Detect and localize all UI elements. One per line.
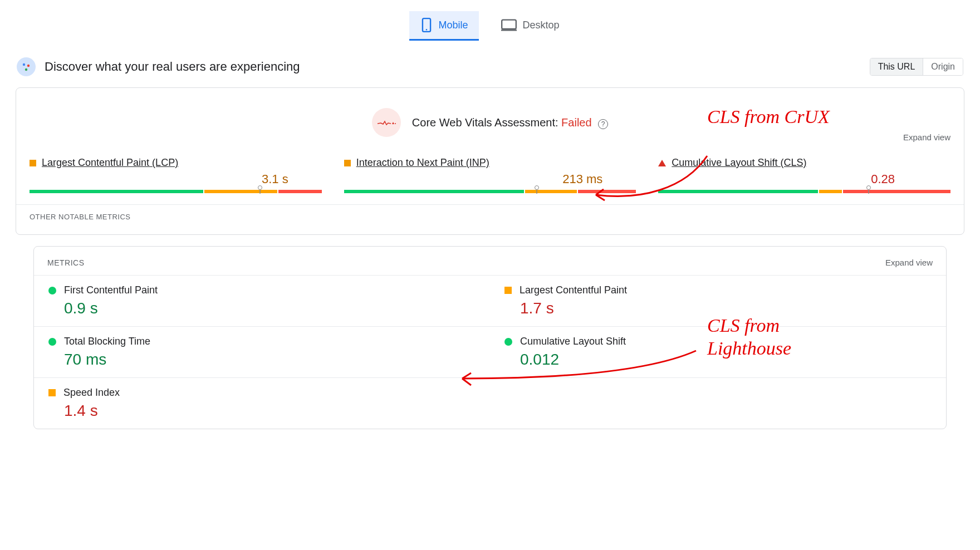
tab-desktop-label: Desktop bbox=[522, 19, 559, 31]
metric-cls: Cumulative Layout Shift (CLS) 0.28 bbox=[658, 157, 950, 193]
lh-expand-link[interactable]: Expand view bbox=[885, 258, 933, 267]
cwv-metrics-row: Largest Contentful Paint (LCP) 3.1 s Int… bbox=[16, 141, 964, 205]
desktop-icon bbox=[501, 19, 517, 31]
cls-status-icon bbox=[658, 160, 666, 166]
lcp-label[interactable]: Largest Contentful Paint (LCP) bbox=[42, 157, 178, 169]
si-status-icon bbox=[48, 389, 56, 396]
inp-status-icon bbox=[344, 160, 351, 166]
tbt-label: Total Blocking Time bbox=[64, 336, 150, 347]
lh-fcp: First Contentful Paint 0.9 s bbox=[34, 276, 490, 327]
lcp-bar bbox=[30, 190, 322, 193]
svg-rect-2 bbox=[502, 20, 517, 29]
lh-header: METRICS Expand view bbox=[34, 247, 946, 276]
tbt-status-icon bbox=[48, 338, 56, 346]
help-icon[interactable]: ? bbox=[598, 119, 608, 129]
fcp-label: First Contentful Paint bbox=[64, 284, 158, 296]
svg-point-8 bbox=[258, 186, 262, 190]
other-metrics-label: OTHER NOTABLE METRICS bbox=[16, 205, 964, 234]
svg-point-1 bbox=[426, 29, 427, 30]
lh-title: METRICS bbox=[47, 258, 85, 267]
cls-label[interactable]: Cumulative Layout Shift (CLS) bbox=[672, 157, 806, 169]
svg-point-10 bbox=[866, 186, 870, 190]
lh-tbt: Total Blocking Time 70 ms bbox=[34, 327, 490, 378]
svg-point-5 bbox=[27, 65, 30, 67]
lh-empty bbox=[490, 378, 946, 429]
svg-point-7 bbox=[395, 123, 396, 124]
tbt-value: 70 ms bbox=[48, 351, 479, 369]
cls-value: 0.28 bbox=[658, 172, 950, 186]
lh-cls-status-icon bbox=[504, 338, 512, 346]
scope-this-url[interactable]: This URL bbox=[870, 58, 924, 75]
tab-mobile[interactable]: Mobile bbox=[409, 11, 479, 41]
lh-cls-label: Cumulative Layout Shift bbox=[520, 336, 626, 347]
cwv-title: Core Web Vitals Assessment: Failed ? bbox=[412, 116, 608, 129]
expand-view-link[interactable]: Expand view bbox=[903, 132, 950, 142]
lh-si: Speed Index 1.4 s bbox=[34, 378, 490, 429]
cwv-status: Failed bbox=[561, 116, 591, 129]
svg-point-4 bbox=[23, 63, 25, 66]
lcp-status-icon bbox=[30, 160, 36, 166]
si-label: Speed Index bbox=[63, 387, 120, 399]
si-value: 1.4 s bbox=[48, 402, 479, 420]
cwv-title-prefix: Core Web Vitals Assessment: bbox=[412, 116, 561, 129]
discover-icon bbox=[17, 57, 36, 76]
lh-lcp-label: Largest Contentful Paint bbox=[520, 284, 627, 296]
metric-inp: Interaction to Next Paint (INP) 213 ms bbox=[344, 157, 636, 193]
svg-point-6 bbox=[25, 68, 27, 71]
annotation-lighthouse: CLS from Lighthouse bbox=[707, 315, 841, 360]
page-title: Discover what your real users are experi… bbox=[45, 60, 300, 74]
inp-bar bbox=[344, 190, 636, 193]
fcp-value: 0.9 s bbox=[48, 299, 479, 317]
cls-bar bbox=[658, 190, 950, 193]
inp-value: 213 ms bbox=[344, 172, 636, 186]
lcp-value: 3.1 s bbox=[30, 172, 322, 186]
svg-point-9 bbox=[535, 186, 538, 190]
device-tabs: Mobile Desktop bbox=[0, 0, 980, 41]
failed-icon bbox=[372, 108, 401, 137]
mobile-icon bbox=[420, 18, 433, 32]
metric-lcp: Largest Contentful Paint (LCP) 3.1 s bbox=[30, 157, 322, 193]
lh-lcp-status-icon bbox=[504, 287, 512, 294]
tab-mobile-label: Mobile bbox=[438, 19, 468, 31]
header-row: Discover what your real users are experi… bbox=[0, 41, 980, 87]
fcp-status-icon bbox=[48, 287, 56, 294]
annotation-crux: CLS from CrUX bbox=[707, 106, 830, 129]
tab-desktop[interactable]: Desktop bbox=[490, 11, 570, 41]
scope-toggle: This URL Origin bbox=[870, 58, 963, 76]
inp-label[interactable]: Interaction to Next Paint (INP) bbox=[356, 157, 489, 169]
scope-origin[interactable]: Origin bbox=[923, 58, 963, 75]
